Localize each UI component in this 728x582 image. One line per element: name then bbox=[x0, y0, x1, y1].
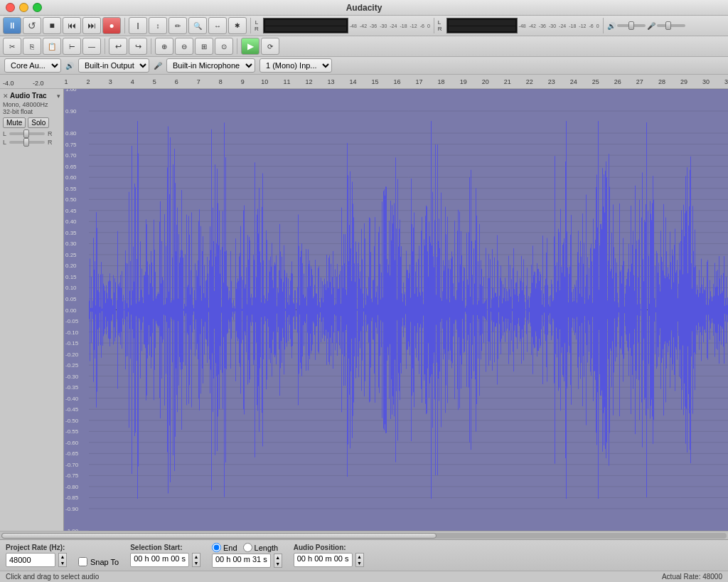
record-button[interactable]: ● bbox=[102, 17, 121, 34]
ruler-mark-15: 15 bbox=[372, 78, 379, 85]
loop-button[interactable]: ↺ bbox=[23, 17, 41, 34]
mute-button[interactable]: Mute bbox=[3, 117, 26, 128]
pan-l-label: L bbox=[3, 139, 6, 146]
playback-l-meter bbox=[265, 20, 346, 26]
project-rate-spinner[interactable]: ▲ ▼ bbox=[58, 553, 67, 567]
selection-start-spinner[interactable]: ▲ ▼ bbox=[192, 553, 200, 567]
snap-to-checkbox[interactable] bbox=[78, 557, 87, 566]
selection-start-field: Selection Start: 00 h 00 m 00 s ▲ ▼ bbox=[130, 544, 200, 567]
end-spinner[interactable]: ▲ ▼ bbox=[274, 554, 282, 568]
waveform-canvas bbox=[64, 89, 728, 531]
zoom-in-button[interactable]: ⊕ bbox=[155, 38, 173, 55]
ruler-mark-22: 22 bbox=[526, 78, 533, 85]
maximize-button[interactable] bbox=[33, 3, 42, 12]
end-radio[interactable] bbox=[212, 543, 221, 552]
cut-button[interactable]: ✂ bbox=[3, 38, 21, 55]
sep-edit-2 bbox=[151, 38, 151, 54]
project-rate-field: Project Rate (Hz): 48000 ▲ ▼ bbox=[6, 544, 67, 567]
output-device-select[interactable]: Built-in Output bbox=[78, 58, 149, 73]
ruler-mark-17: 17 bbox=[416, 78, 423, 85]
scrollbar-thumb[interactable] bbox=[1, 533, 437, 539]
ruler-mark-24: 24 bbox=[570, 78, 577, 85]
ruler-mark-7: 7 bbox=[197, 78, 200, 85]
multi-tool[interactable]: ✱ bbox=[228, 17, 247, 34]
edit-toolbar: ✂ ⎘ 📋 ⊢ — ↩ ↪ ⊕ ⊖ ⊞ ⊙ ▶ ⟳ bbox=[0, 36, 728, 57]
playback-meter bbox=[263, 18, 348, 33]
pan-slider[interactable] bbox=[9, 141, 45, 144]
ruler-second-label: -2.0 bbox=[33, 80, 44, 87]
pause-button[interactable]: ⏸ bbox=[3, 17, 21, 34]
zoom-fit-button[interactable]: ⊞ bbox=[195, 38, 213, 55]
zoom-tool[interactable]: 🔍 bbox=[188, 17, 207, 34]
project-rate-value-row: 48000 ▲ ▼ bbox=[6, 553, 67, 567]
paste-button[interactable]: 📋 bbox=[43, 38, 61, 55]
project-rate-input[interactable]: 48000 bbox=[6, 553, 55, 567]
ruler-mark-26: 26 bbox=[614, 78, 621, 85]
loop-region-button[interactable]: ⟳ bbox=[261, 38, 279, 55]
status-bar: Click and drag to select audio Actual Ra… bbox=[0, 571, 728, 582]
end-length-field: End Length 00 h 00 m 31 s ▲ ▼ bbox=[212, 543, 282, 568]
selection-start-input[interactable]: 00 h 00 m 00 s bbox=[130, 553, 189, 567]
zoom-out-button[interactable]: ⊖ bbox=[175, 38, 193, 55]
envelope-tool[interactable]: ↕ bbox=[149, 17, 167, 34]
end-radio-label: End bbox=[223, 544, 237, 552]
ruler-mark-3: 3 bbox=[109, 78, 112, 85]
cursor-tool[interactable]: I bbox=[129, 17, 147, 34]
audio-position-value-row: 00 h 00 m 00 s ▲ ▼ bbox=[294, 553, 364, 567]
audio-position-field: Audio Position: 00 h 00 m 00 s ▲ ▼ bbox=[294, 544, 364, 567]
stop-button[interactable]: ■ bbox=[43, 17, 61, 34]
mute-solo-row: Mute Solo bbox=[3, 117, 60, 128]
track-header: ✕ Audio Trac ▾ Mono, 48000Hz 32-bit floa… bbox=[0, 89, 64, 531]
ruler-mark-28: 28 bbox=[658, 78, 665, 85]
length-radio-label: Length bbox=[255, 544, 279, 552]
volume-slider[interactable] bbox=[9, 132, 45, 135]
undo-button[interactable]: ↩ bbox=[109, 38, 127, 55]
copy-button[interactable]: ⎘ bbox=[23, 38, 41, 55]
ruler-mark-27: 27 bbox=[636, 78, 643, 85]
track-menu-button[interactable]: ▾ bbox=[57, 92, 60, 100]
spinner-up[interactable]: ▲ bbox=[59, 554, 66, 560]
scrollbar-area bbox=[0, 531, 728, 539]
ruler-mark-5: 5 bbox=[153, 78, 156, 85]
trim-button[interactable]: ⊢ bbox=[63, 38, 81, 55]
status-right-text: Actual Rate: 48000 bbox=[662, 573, 722, 581]
audio-position-spinner[interactable]: ▲ ▼ bbox=[355, 553, 364, 567]
ruler-start-label: -4.0 bbox=[3, 80, 14, 87]
ruler-mark-29: 29 bbox=[680, 78, 687, 85]
end-length-radio-group: End Length bbox=[212, 543, 282, 552]
zoom-sel-button[interactable]: ⊙ bbox=[215, 38, 233, 55]
silence-button[interactable]: — bbox=[82, 38, 101, 55]
draw-tool[interactable]: ✏ bbox=[168, 17, 187, 34]
waveform-container[interactable] bbox=[64, 89, 728, 531]
spinner-down[interactable]: ▼ bbox=[59, 560, 66, 566]
window-title: Audacity bbox=[346, 3, 382, 13]
bottom-bar: Project Rate (Hz): 48000 ▲ ▼ Snap To Sel… bbox=[0, 539, 728, 571]
solo-button[interactable]: Solo bbox=[28, 117, 49, 128]
separator-4 bbox=[603, 18, 604, 33]
ruler-mark-30: 30 bbox=[702, 78, 710, 85]
record-db-labels: -48-42-36-30-24-18-12-60 bbox=[519, 23, 599, 28]
audio-position-input[interactable]: 00 h 00 m 00 s bbox=[294, 553, 353, 567]
horizontal-scrollbar[interactable] bbox=[1, 533, 727, 539]
track-name: Audio Trac bbox=[10, 92, 55, 100]
record-meter bbox=[446, 18, 518, 33]
pan-r-label: R bbox=[48, 139, 53, 146]
channels-select[interactable]: 1 (Mono) Inp... bbox=[259, 58, 332, 73]
minimize-button[interactable] bbox=[19, 3, 28, 12]
input-device-select[interactable]: Built-in Microphone bbox=[166, 58, 255, 73]
audio-host-select[interactable]: Core Au... bbox=[4, 58, 61, 73]
ruler-mark-25: 25 bbox=[592, 78, 599, 85]
skip-end-button[interactable]: ⏭ bbox=[82, 17, 101, 34]
time-shift-tool[interactable]: ↔ bbox=[208, 17, 227, 34]
track-close-button[interactable]: ✕ bbox=[3, 92, 9, 100]
redo-button[interactable]: ↪ bbox=[129, 38, 147, 55]
ruler-mark-11: 11 bbox=[283, 78, 290, 85]
close-button[interactable] bbox=[6, 3, 15, 12]
selection-start-label: Selection Start: bbox=[130, 544, 200, 551]
transport-toolbar: ⏸ ↺ ■ ⏮ ⏭ ● I ↕ ✏ 🔍 ↔ ✱ LR -48-42-36-30-… bbox=[0, 16, 728, 36]
skip-start-button[interactable]: ⏮ bbox=[63, 17, 81, 34]
snap-to-field: Snap To bbox=[78, 544, 119, 566]
length-radio[interactable] bbox=[243, 543, 252, 552]
play-green-button[interactable]: ▶ bbox=[241, 38, 259, 55]
end-input[interactable]: 00 h 00 m 31 s bbox=[212, 554, 271, 568]
